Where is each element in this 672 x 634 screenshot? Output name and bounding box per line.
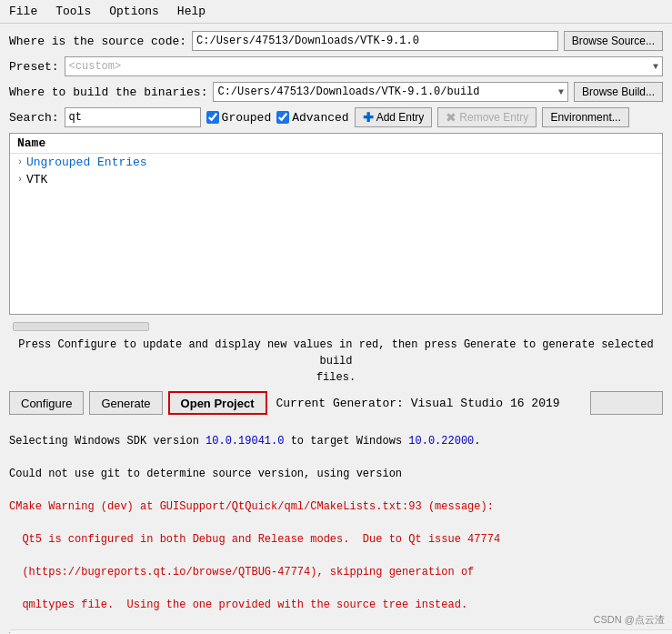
preset-row: Preset: <custom> ▼	[9, 56, 663, 76]
configure-button[interactable]: Configure	[9, 391, 84, 415]
log-line: Selecting Windows SDK version 10.0.19041…	[9, 433, 663, 449]
advanced-label-text: Advanced	[292, 111, 348, 125]
tree-panel: Name › Ungrouped Entries › VTK	[9, 133, 663, 315]
search-input[interactable]	[65, 107, 201, 127]
build-label: Where to build the binaries:	[9, 86, 207, 99]
grouped-checkbox-label[interactable]: Grouped	[206, 111, 272, 125]
log-text-blue: 10.0.19041.0	[206, 435, 284, 448]
open-project-button[interactable]: Open Project	[168, 391, 267, 415]
log-text: to target Windows	[284, 435, 408, 448]
scrollbar-row	[9, 320, 663, 333]
build-row: Where to build the binaries: C:/Users/47…	[9, 82, 663, 102]
list-item[interactable]: › VTK	[10, 171, 662, 188]
grouped-checkbox[interactable]	[206, 111, 219, 124]
menu-tools[interactable]: Tools	[52, 3, 95, 20]
grouped-label-text: Grouped	[222, 111, 272, 125]
preset-arrow-icon: ▼	[653, 62, 658, 72]
log-line-error: CMake Warning (dev) at GUISupport/QtQuic…	[9, 498, 663, 515]
browse-build-button[interactable]: Browse Build...	[574, 82, 663, 102]
menu-file[interactable]: File	[5, 3, 41, 20]
preset-label: Preset:	[9, 60, 59, 74]
log-line-error: qmltypes file. Using the one provided wi…	[9, 597, 663, 613]
menu-bar: File Tools Options Help	[0, 0, 672, 24]
log-line: Could not use git to determine source ve…	[9, 466, 663, 482]
add-entry-button[interactable]: ✚ Add Entry	[355, 107, 433, 127]
empty-button[interactable]	[590, 391, 663, 415]
menu-options[interactable]: Options	[105, 3, 163, 20]
environment-button[interactable]: Environment...	[542, 107, 628, 127]
action-row: Configure Generate Open Project Current …	[9, 391, 663, 415]
generate-button[interactable]: Generate	[89, 391, 162, 415]
remove-icon: ✖	[446, 110, 456, 125]
build-path-text: C:/Users/47513/Downloads/VTK-9.1.0/build	[217, 86, 479, 98]
log-text: .	[474, 435, 480, 448]
add-entry-label: Add Entry	[376, 111, 425, 124]
watermark: CSDN @点云渣	[594, 613, 665, 627]
advanced-checkbox[interactable]	[276, 111, 289, 124]
log-area: Selecting Windows SDK version 10.0.19041…	[0, 429, 672, 634]
tree-arrow-icon: ›	[17, 175, 23, 185]
source-label: Where is the source code:	[9, 35, 186, 48]
remove-entry-label: Remove Entry	[459, 111, 528, 124]
add-icon: ✚	[363, 110, 374, 125]
remove-entry-button[interactable]: ✖ Remove Entry	[437, 107, 537, 127]
tree-item-label: VTK	[26, 173, 47, 186]
log-line-error: (https://bugreports.qt.io/browse/QTBUG-4…	[9, 564, 663, 580]
search-toolbar-row: Search: Grouped Advanced ✚ Add Entry ✖ R…	[9, 107, 663, 127]
advanced-checkbox-label[interactable]: Advanced	[276, 111, 348, 125]
main-content: Where is the source code: Browse Source.…	[0, 24, 672, 429]
status-text: Press Configure to update and display ne…	[9, 337, 663, 386]
tree-item-label: Ungrouped Entries	[26, 156, 147, 169]
list-item[interactable]: › Ungrouped Entries	[10, 154, 662, 171]
horizontal-scrollbar[interactable]	[13, 322, 149, 331]
menu-help[interactable]: Help	[174, 3, 209, 20]
source-input[interactable]	[192, 31, 558, 51]
generator-text: Current Generator: Visual Studio 16 2019	[276, 397, 560, 410]
build-input[interactable]: C:/Users/47513/Downloads/VTK-9.1.0/build…	[213, 82, 568, 102]
search-label: Search:	[9, 111, 59, 125]
build-arrow-icon: ▼	[558, 87, 564, 97]
preset-value: <custom>	[69, 60, 122, 73]
log-text: Selecting Windows SDK version	[9, 435, 206, 448]
tree-header: Name	[10, 134, 662, 154]
preset-dropdown[interactable]: <custom> ▼	[65, 56, 663, 76]
tree-arrow-icon: ›	[17, 157, 23, 167]
source-row: Where is the source code: Browse Source.…	[9, 31, 663, 51]
log-text-blue: 10.0.22000	[408, 435, 474, 448]
log-line-error: Qt5 is configured in both Debug and Rele…	[9, 531, 663, 548]
browse-source-button[interactable]: Browse Source...	[564, 31, 663, 51]
